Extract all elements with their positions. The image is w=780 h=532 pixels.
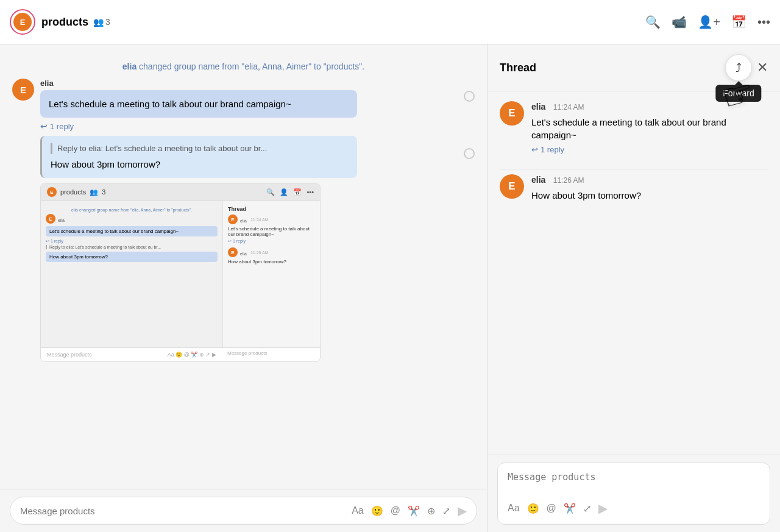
screenshot-thumbnail: E products 👥 3 🔍 👤 📅 •••	[40, 183, 321, 362]
thread-mention-icon[interactable]: @	[547, 503, 556, 514]
thread-reply-arrow-icon: ↩	[531, 145, 538, 154]
thumb-msg-avatar: E	[46, 214, 55, 224]
thread-reply-indicator[interactable]: ↩ 1 reply	[531, 145, 768, 154]
more-icon[interactable]: •••	[757, 15, 770, 29]
thumb-thread-time1: 11:24 AM	[250, 218, 269, 222]
main-content: elia changed group name from "elia, Anna…	[0, 44, 780, 532]
reply-arrow-icon: ↩	[40, 121, 48, 131]
thumb-msg-sender: elia	[58, 218, 65, 222]
format-icon[interactable]: ✂️	[408, 505, 420, 517]
chat-panel: elia changed group name from "elia, Anna…	[0, 44, 488, 532]
thread-input-box[interactable]: Aa 🙂 @ ✂️ ⤢ ▶	[497, 463, 770, 525]
chat-messages: elia changed group name from "elia, Anna…	[0, 44, 487, 489]
mention-icon[interactable]: @	[391, 505, 400, 516]
thumb-thread-avatar2: E	[228, 247, 238, 257]
message-select-radio[interactable]	[464, 148, 475, 159]
thread-message-content: elia 11:26 AM How about 3pm tomorrow?	[531, 174, 768, 202]
close-thread-icon[interactable]: ✕	[757, 60, 768, 76]
thumb-reply: ↩ 1 reply	[46, 239, 218, 244]
message-row: Reply to elia: Let's schedule a meeting …	[12, 136, 475, 362]
thread-message-sender: elia	[531, 102, 545, 112]
chat-header: E products 👥 3 🔍 📹 👤+ 📅 •••	[0, 0, 780, 44]
thumb-thread: Thread E elia 11:24 AM Let's schedule a …	[222, 201, 320, 347]
thread-message-time: 11:24 AM	[553, 103, 584, 112]
thumb-thread-footer: Message products	[222, 347, 320, 361]
message-content: elia Let's schedule a meeting to talk ab…	[40, 79, 458, 131]
member-count: 👥 3	[93, 17, 110, 27]
thumb-title: E products 👥 3	[47, 187, 105, 197]
thumb-thread-time2: 11:26 AM	[250, 250, 269, 255]
calendar-icon[interactable]: 📅	[731, 15, 746, 29]
thumb-search-icon: 🔍	[266, 188, 275, 196]
thread-message-text: Let's schedule a meeting to talk about o…	[531, 116, 768, 141]
thumb-add-icon: 👤	[280, 188, 288, 196]
chat-input-area: Aa 🙂 @ ✂️ ⊕ ⤢ ▶	[0, 489, 487, 532]
send-button[interactable]: ▶	[458, 503, 467, 518]
thumb-more-icon: •••	[307, 188, 314, 196]
thread-input-toolbar: Aa 🙂 @ ✂️ ⤢ ▶	[508, 501, 760, 516]
thread-panel: Thread ⤴ Forward ✕ E	[488, 44, 780, 532]
thumb-thread-reply: ↩ 1 reply	[228, 239, 315, 244]
thread-avatar: E	[500, 174, 524, 199]
thumb-msg-row1: E elia	[46, 214, 218, 224]
thumb-footer-area: Message products Aa 🙂 @ ✂️ ⊕ ↗ ▶ Message…	[41, 347, 320, 361]
channel-name: products	[41, 16, 88, 29]
thread-title: Thread	[500, 62, 536, 74]
thumb-body: elia changed group name from "elia, Anna…	[41, 201, 320, 347]
system-message: elia changed group name from "elia, Anna…	[12, 62, 475, 71]
chat-input-box[interactable]: Aa 🙂 @ ✂️ ⊕ ⤢ ▶	[10, 497, 477, 525]
search-icon[interactable]: 🔍	[645, 15, 661, 29]
thumb-thread-msg1: Let's schedule a meeting to talk about o…	[228, 226, 315, 237]
thread-input-area: Aa 🙂 @ ✂️ ⤢ ▶	[488, 455, 780, 532]
thread-divider	[500, 169, 768, 169]
thumb-msg-bubble1: Let's schedule a meeting to talk about o…	[46, 226, 218, 236]
thumb-actions: 🔍 👤 📅 •••	[266, 188, 314, 196]
system-msg-user[interactable]: elia	[122, 62, 136, 71]
system-msg-text: changed group name from "elia, Anna, Aim…	[139, 62, 364, 71]
chat-input[interactable]	[20, 506, 344, 516]
thumb-thread-sender1: elia	[240, 219, 247, 223]
expand-icon[interactable]: ⤢	[442, 505, 450, 517]
add-member-icon[interactable]: 👤+	[698, 15, 720, 29]
thumb-footer-icons: Aa 🙂 @ ✂️ ⊕ ↗ ▶	[168, 352, 216, 358]
thumb-thread-row1: E elia 11:24 AM	[228, 215, 315, 224]
thread-expand-icon[interactable]: ⤢	[583, 503, 591, 514]
thumb-thread-row2: E elia 11:26 AM	[228, 247, 315, 257]
thumb-system-msg: elia changed group name from "elia, Anna…	[46, 208, 218, 212]
thumb-chat-footer: Message products Aa 🙂 @ ✂️ ⊕ ↗ ▶	[41, 347, 222, 361]
thumb-reply-quote: Reply to elia: Let's schedule a meeting …	[46, 245, 218, 249]
message-row: E elia Let's schedule a meeting to talk …	[12, 79, 475, 131]
avatar: E	[12, 79, 34, 101]
thumb-thread-msg2: How about 3pm tomorrow?	[228, 259, 315, 264]
thread-messages: E elia 11:24 AM Let's schedule a meeting…	[488, 91, 780, 455]
thumb-thread-title: Thread	[228, 206, 315, 212]
thumb-thread-sender2: elia	[240, 252, 247, 256]
add-icon[interactable]: ⊕	[427, 505, 435, 517]
thumb-msg-bubble2: How about 3pm tomorrow?	[46, 252, 218, 262]
message-content: Reply to elia: Let's schedule a meeting …	[40, 136, 458, 362]
reply-indicator[interactable]: ↩ 1 reply	[40, 121, 458, 131]
channel-avatar: E	[10, 9, 35, 35]
message-select-radio[interactable]	[464, 91, 475, 102]
message-bubble: Let's schedule a meeting to talk about o…	[40, 90, 357, 118]
emoji-icon[interactable]: 🙂	[371, 505, 383, 517]
message-sender: elia	[40, 79, 458, 88]
thread-message-sender: elia	[531, 175, 545, 185]
thread-font-icon[interactable]: Aa	[508, 503, 520, 514]
thumb-header: E products 👥 3 🔍 👤 📅 •••	[41, 183, 320, 201]
thread-input[interactable]	[508, 472, 760, 494]
thread-emoji-icon[interactable]: 🙂	[527, 503, 539, 514]
header-actions: 🔍 📹 👤+ 📅 •••	[645, 15, 770, 29]
thread-send-button[interactable]: ▶	[598, 501, 608, 516]
font-size-icon[interactable]: Aa	[352, 505, 364, 516]
reply-quote: Reply to elia: Let's schedule a meeting …	[51, 143, 349, 154]
thread-format-icon[interactable]: ✂️	[564, 503, 576, 514]
members-icon: 👥	[93, 17, 104, 27]
thread-message-row: E elia 11:26 AM How about 3pm tomorrow?	[500, 174, 768, 202]
thumb-avatar: E	[47, 187, 57, 197]
video-icon[interactable]: 📹	[672, 15, 687, 29]
thumb-thread-avatar1: E	[228, 215, 238, 224]
thread-avatar: E	[500, 101, 524, 126]
thumb-chat: elia changed group name from "elia, Anna…	[41, 201, 222, 347]
thumb-members-icon: 👥	[90, 188, 98, 196]
